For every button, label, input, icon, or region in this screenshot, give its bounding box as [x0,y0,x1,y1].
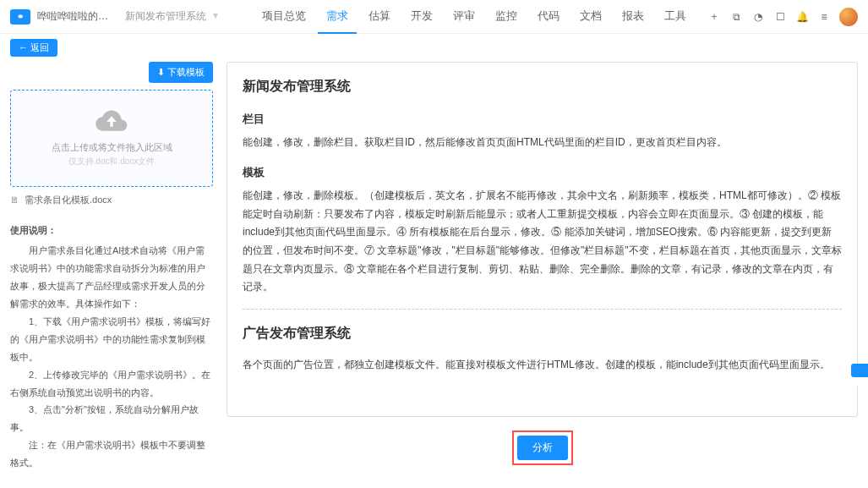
nav-item-9[interactable]: 工具 [656,0,695,34]
nav-item-0[interactable]: 项目总览 [254,0,314,34]
menu-icon[interactable]: ≡ [817,10,831,24]
logo-icon[interactable]: ⚭ [10,9,30,25]
instructions-title: 使用说明： [10,222,213,239]
project-select[interactable]: 新闻发布管理系统 [120,8,221,25]
doc-h1: 广告发布管理系统 [243,321,842,346]
nav-item-7[interactable]: 文档 [571,0,610,34]
instruction-line: 1、下载《用户需求说明书》模板，将编写好的《用户需求说明书》中的功能性需求复制到… [10,313,213,366]
nav-item-5[interactable]: 监控 [487,0,526,34]
team-name[interactable]: 哗啦哗啦啦的团队 ... [37,9,113,24]
plus-icon[interactable]: ＋ [707,10,721,24]
nav-item-2[interactable]: 估算 [360,0,399,34]
analyze-highlight: 分析 [512,430,573,465]
doc-para: 能创建，修改，删除栏目。获取栏目ID，然后能修改首页页面HTML代码里面的栏目I… [243,134,842,152]
download-template-button[interactable]: ⬇ 下载模板 [149,62,213,83]
cloud-upload-icon [95,109,128,134]
instructions: 使用说明： 用户需求条目化通过AI技术自动将《用户需求说明书》中的功能需求自动拆… [10,222,213,472]
nav-item-8[interactable]: 报表 [614,0,652,34]
nav-item-4[interactable]: 评审 [445,0,483,34]
back-row: ← 返回 [0,34,868,62]
feedback-tab[interactable]: 反馈 [851,364,868,377]
uploaded-file[interactable]: 🗎 需求条目化模板.docx [10,194,213,206]
back-button[interactable]: ← 返回 [10,39,57,57]
header-icons: ＋ ⧉ ◔ ☐ 🔔 ≡ [707,8,858,26]
header: ⚭ 哗啦哗啦啦的团队 ... 新闻发布管理系统 项目总览需求估算开发评审监控代码… [0,0,868,34]
instruction-line: 2、上传修改完毕的《用户需求说明书》。在右侧系统自动预览出说明书的内容。 [10,366,213,402]
nav-item-3[interactable]: 开发 [402,0,441,34]
upload-text: 点击上传或将文件拖入此区域 [52,141,172,154]
doc-h2: 模板 [243,162,842,182]
upload-hint: 仅支持.doc和.docx文件 [68,156,156,167]
divider [243,309,842,310]
stack-icon[interactable]: ⧉ [729,10,743,24]
bell-icon[interactable]: 🔔 [795,10,809,24]
left-panel: ⬇ 下载模板 点击上传或将文件拖入此区域 仅支持.doc和.docx文件 🗎 需… [10,62,213,472]
nav-item-1[interactable]: 需求 [318,0,357,34]
doc-para: 各个页面的广告位置，都独立创建模板文件。能直接对模板文件进行HTML修改。创建的… [243,356,842,375]
file-name: 需求条目化模板.docx [25,194,112,206]
avatar[interactable] [839,8,858,26]
nav-item-6[interactable]: 代码 [529,0,568,34]
right-panel: 新闻发布管理系统 栏目 能创建，修改，删除栏目。获取栏目ID，然后能修改首页页面… [227,62,858,472]
analyze-row: 分析 [227,424,858,472]
instruction-line: 3、点击"分析"按钮，系统自动分解用户故事。 [10,401,213,436]
doc-h2: 栏目 [243,109,842,129]
upload-dropzone[interactable]: 点击上传或将文件拖入此区域 仅支持.doc和.docx文件 [10,90,213,187]
doc-h1: 新闻发布管理系统 [243,74,842,99]
instructions-body: 用户需求条目化通过AI技术自动将《用户需求说明书》中的功能需求自动拆分为标准的用… [10,242,213,472]
nav-tabs: 项目总览需求估算开发评审监控代码文档报表工具 [254,0,695,34]
instruction-line: 用户需求条目化通过AI技术自动将《用户需求说明书》中的功能需求自动拆分为标准的用… [10,242,213,313]
file-icon: 🗎 [10,195,19,205]
box-icon[interactable]: ☐ [773,10,787,24]
preview-box: 新闻发布管理系统 栏目 能创建，修改，删除栏目。获取栏目ID，然后能修改首页页面… [227,62,858,417]
pie-icon[interactable]: ◔ [751,10,765,24]
doc-para: 能创建，修改，删除模板。（创建模板后，英文名，扩展名不能再修改，其余中文名，刷新… [243,187,842,297]
analyze-button[interactable]: 分析 [517,436,568,460]
instruction-line: 注：在《用户需求说明书》模板中不要调整格式。 [10,436,213,472]
main: ⬇ 下载模板 点击上传或将文件拖入此区域 仅支持.doc和.docx文件 🗎 需… [0,62,868,482]
